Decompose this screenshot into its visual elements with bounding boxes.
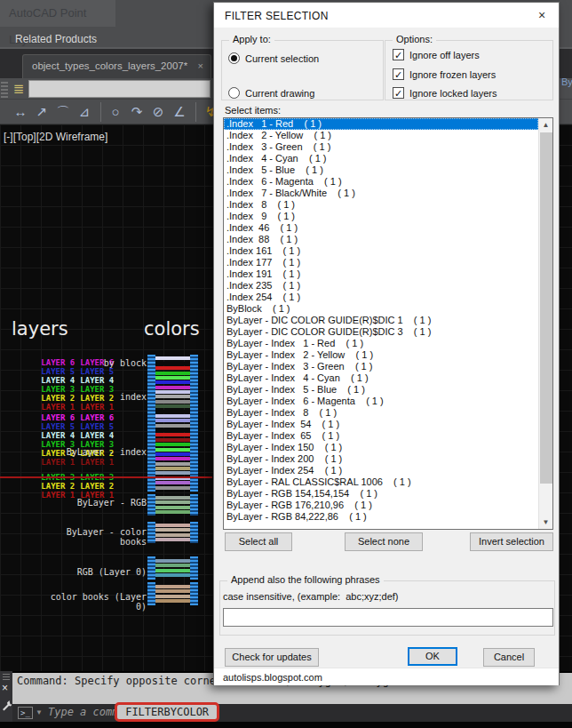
ok-button[interactable]: OK (408, 647, 457, 666)
radius-dimension-icon[interactable]: ○ (100, 102, 125, 122)
append-phrases-legend: Append also the following phrases (227, 574, 384, 585)
color-swatch-ladder (147, 494, 198, 516)
cancel-button[interactable]: Cancel (483, 648, 535, 667)
linear-dimension-icon[interactable]: ↔ (11, 102, 30, 122)
diameter-dimension-icon[interactable]: ⊘ (148, 102, 168, 122)
wrench-icon[interactable] (1, 700, 12, 712)
filter-selection-dialog: FILTER SELECTION × Apply to: Current sel… (213, 2, 560, 685)
list-item[interactable]: .Index 2 - Yellow ( 1 ) (224, 130, 538, 141)
footer-site-label: autolisps.blogspot.com (223, 672, 322, 683)
recent-commands-dropdown-icon[interactable]: ▼ (36, 708, 43, 716)
radio-current-drawing[interactable]: Current drawing (228, 87, 314, 99)
color-swatch-ladder (147, 355, 198, 492)
list-item[interactable]: ByLayer - DIC COLOR GUIDE(R)$DIC 1 ( 1 ) (224, 315, 538, 326)
list-item[interactable]: .Index 88 ( 1 ) (224, 234, 538, 245)
list-item[interactable]: .Index 7 - Black/White ( 1 ) (224, 188, 538, 199)
tab-close-icon[interactable]: × (197, 60, 203, 71)
bottom-bar (0, 722, 572, 728)
swatch-label: ByLayer - index (36, 447, 147, 457)
select-items-label: Select items: (225, 105, 281, 116)
list-item[interactable]: ByLayer - RAL CLASSIC$RAL 1006 ( 1 ) (224, 476, 538, 488)
list-item[interactable]: .Index 254 ( 1 ) (224, 292, 538, 303)
checkbox-icon[interactable]: ✓ (393, 68, 404, 80)
list-item[interactable]: ByLayer - Index 8 ( 1 ) (224, 407, 538, 419)
list-item[interactable]: .Index 235 ( 1 ) (224, 280, 538, 292)
ladder-rail (147, 556, 155, 580)
phrases-input[interactable] (223, 608, 553, 627)
list-item[interactable]: ByLayer - Index 200 ( 1 ) (224, 453, 538, 465)
scrollbar-thumb[interactable] (540, 132, 552, 484)
list-item[interactable]: .Index 6 - Magenta ( 1 ) (224, 176, 538, 188)
checkbox-ignore-locked-layers[interactable]: ✓ Ignore locked layers (393, 87, 497, 99)
highlighted-command: FILTERBYCOLOR (115, 702, 219, 722)
select-none-button[interactable]: Select none (345, 532, 423, 551)
check-for-updates-button[interactable]: Check for updates (225, 648, 319, 667)
list-item[interactable]: ByLayer - Index 150 ( 1 ) (224, 442, 538, 453)
jogged-dimension-icon[interactable]: ↷ (127, 102, 147, 122)
viewport-controls[interactable]: [-][Top][2D Wireframe] (4, 131, 107, 143)
list-item[interactable]: ByLayer - Index 65 ( 1 ) (224, 430, 538, 442)
dialog-titlebar[interactable]: FILTER SELECTION × (214, 3, 559, 28)
list-item[interactable]: .Index 46 ( 1 ) (224, 222, 538, 234)
list-scrollbar[interactable]: ▲ ▼ (538, 118, 552, 529)
list-item[interactable]: .Index 161 ( 1 ) (224, 245, 538, 257)
list-item[interactable]: .Index 4 - Cyan ( 1 ) (224, 153, 538, 164)
list-item[interactable]: ByLayer - DIC COLOR GUIDE(R)$DIC 3 ( 1 ) (224, 326, 538, 338)
ribbon-panel-label: Related Products (15, 33, 97, 45)
ordinate-dimension-icon[interactable]: ⊿ (75, 102, 94, 122)
list-item[interactable]: .Index 9 ( 1 ) (224, 211, 538, 222)
close-commandline-icon[interactable]: × (2, 682, 8, 694)
ladder-rail (190, 582, 198, 605)
list-item[interactable]: ByLayer - Index 1 - Red ( 1 ) (224, 338, 538, 349)
radio-current-selection[interactable]: Current selection (228, 52, 319, 64)
drawing-tab[interactable]: object_types_colors_layers_2007* × (22, 54, 211, 78)
list-item[interactable]: ByLayer - Index 4 - Cyan ( 1 ) (224, 372, 538, 384)
dialog-close-icon[interactable]: × (534, 8, 550, 24)
radio-label: Current selection (245, 53, 319, 64)
list-item[interactable]: .Index 177 ( 1 ) (224, 257, 538, 268)
checkbox-icon[interactable]: ✓ (393, 49, 404, 60)
list-item[interactable]: .Index 1 - Red ( 1 ) (224, 118, 538, 130)
aligned-dimension-icon[interactable]: ↗ (32, 102, 52, 122)
toolbar-combo-input[interactable] (28, 80, 211, 98)
arc-length-dimension-icon[interactable]: ⌒ (53, 102, 73, 122)
ladder-rail (147, 494, 155, 516)
commandline-handle[interactable]: × (0, 671, 12, 722)
radio-icon[interactable] (228, 52, 240, 64)
layers-heading: layers (12, 318, 68, 340)
list-item[interactable]: ByLayer - Index 6 - Magenta ( 1 ) (224, 396, 538, 407)
list-item[interactable]: .Index 5 - Blue ( 1 ) (224, 164, 538, 176)
list-item[interactable]: .Index 191 ( 1 ) (224, 268, 538, 280)
options-legend: Options: (393, 34, 436, 44)
radio-icon[interactable] (228, 87, 240, 99)
toolbar-grip[interactable] (1, 80, 8, 98)
ladder-rail (147, 355, 155, 492)
angular-dimension-icon[interactable]: ∠ (170, 102, 189, 122)
list-item[interactable]: .Index 8 ( 1 ) (224, 199, 538, 211)
list-item[interactable]: ByLayer - Index 3 - Green ( 1 ) (224, 361, 538, 372)
list-item[interactable]: ByLayer - Index 5 - Blue ( 1 ) (224, 384, 538, 396)
checkbox-icon[interactable]: ✓ (393, 87, 404, 99)
list-item[interactable]: ByLayer - RGB 176,210,96 ( 1 ) (224, 500, 538, 511)
swatch-label: index (36, 392, 147, 402)
checkbox-ignore-off-layers[interactable]: ✓ Ignore off layers (393, 49, 480, 60)
list-item[interactable]: ByBlock ( 1 ) (224, 303, 538, 315)
drag-grip-icon[interactable] (3, 673, 10, 680)
list-item[interactable]: ByLayer - RGB 84,222,86 ( 1 ) (224, 511, 538, 523)
scroll-up-icon[interactable]: ▲ (539, 118, 552, 132)
list-item[interactable]: ByLayer - Index 254 ( 1 ) (224, 465, 538, 476)
layer-properties-icon[interactable]: ≣ (11, 81, 27, 97)
ladder-rail (147, 522, 155, 543)
filter-items-list[interactable]: .Index 1 - Red ( 1 ).Index 2 - Yellow ( … (223, 117, 553, 530)
checkbox-ignore-frozen-layers[interactable]: ✓ Ignore frozen layers (393, 68, 496, 80)
command-input-row[interactable]: >_ ▼ Type a command (12, 704, 572, 722)
ribbon-tab-point-layout[interactable]: AutoCAD Point Layout (0, 0, 115, 27)
invert-selection-button[interactable]: Invert selection (470, 532, 553, 551)
list-item[interactable]: ByLayer - RGB 154,154,154 ( 1 ) (224, 488, 538, 500)
scroll-down-icon[interactable]: ▼ (539, 516, 552, 529)
select-all-button[interactable]: Select all (225, 532, 292, 551)
list-item[interactable]: ByLayer - Index 54 ( 1 ) (224, 419, 538, 430)
checkbox-label: Ignore off layers (409, 50, 480, 60)
list-item[interactable]: ByLayer - Index 2 - Yellow ( 1 ) (224, 349, 538, 361)
list-item[interactable]: .Index 3 - Green ( 1 ) (224, 141, 538, 153)
